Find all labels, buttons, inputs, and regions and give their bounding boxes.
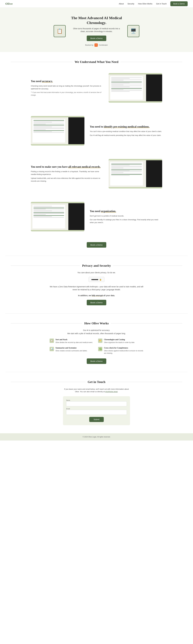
- heading-accent-4: organization.: [101, 210, 116, 212]
- privacy-line-right: [113, 266, 182, 266]
- hero-description: Olive turns thousands of pages of medica…: [71, 27, 122, 33]
- contact-intro: If you leave your name and email below, …: [63, 388, 130, 393]
- how-content: Our AI is optimized for accuracy. We sta…: [50, 329, 143, 364]
- heading-prefix-3: You need to make sure you have: [31, 165, 68, 168]
- lock-visual: ●●●●●● 🔒: [89, 277, 104, 282]
- how-line-right: [111, 323, 182, 324]
- feature-records-text: You need to make sure you have all relev…: [31, 165, 103, 182]
- feature-accuracy-image: [109, 73, 162, 102]
- how-step-1: 📋 Sort and Stack Olive divides the recor…: [50, 338, 95, 344]
- clipboard-icon: 📋: [54, 25, 66, 37]
- feature-accuracy: You need accuracy. Checking every word w…: [23, 68, 170, 108]
- how-step-2: 📂 Chronologize and Catalog Olive organiz…: [98, 338, 143, 344]
- name-input[interactable]: [66, 401, 127, 406]
- nav-link-about[interactable]: About: [119, 3, 124, 5]
- how-step-3-text: Summarize and Systemize Olive creates co…: [55, 347, 87, 352]
- heading-prefix: You need: [31, 80, 42, 83]
- how-section-title: How Olive Works: [84, 322, 109, 325]
- feature-organization-image: [31, 202, 84, 232]
- sort-stack-icon: 📋: [50, 338, 54, 343]
- how-step-4-desc: Olive checks against medical bills to en…: [104, 350, 143, 354]
- feature-accuracy-text: You need accuracy. Checking every word w…: [31, 79, 103, 96]
- lock-icon: 🔒: [99, 278, 102, 280]
- feature-records-image: [109, 159, 162, 188]
- nav-cta-button[interactable]: Book a Demo: [170, 1, 188, 6]
- privacy-line-left: [11, 266, 80, 266]
- heading-accent-2: identify pre-existing medical conditions…: [104, 125, 150, 128]
- how-step-1-title: Sort and Stack: [55, 338, 93, 341]
- understand-cta-wrap: Book a Demo: [5, 240, 188, 253]
- feature-preexisting: You need to identify pre-existing medica…: [23, 111, 170, 151]
- understand-section-title: We Understand What You Need: [75, 60, 119, 64]
- how-step-2-desc: Olive organizes the stacks in order by d…: [104, 341, 135, 344]
- understand-section: We Understand What You Need You need acc…: [0, 52, 193, 256]
- crosscheck-icon: ✅: [98, 347, 102, 351]
- feature-records-p1: Finding a missing record is like finding…: [31, 170, 103, 176]
- contact-email-link[interactable]: info@olive.legal: [105, 390, 118, 392]
- feature-records-p2: Upload medical bills, and we will cross-…: [31, 177, 103, 182]
- feature-organization: You need organization. Don't get lost in…: [23, 196, 170, 237]
- nav-logo[interactable]: Olive: [5, 2, 13, 6]
- footer: © 2024 Olive Legal. All rights reserved.: [0, 433, 193, 440]
- privacy-encrypt: In addition, we fully encrypt all your d…: [50, 294, 143, 296]
- understand-cta-button[interactable]: Book a Demo: [87, 242, 106, 248]
- how-title-wrap: How Olive Works: [11, 322, 182, 325]
- privacy-intro: You care about your clients privacy. So …: [50, 272, 143, 274]
- encrypt-suffix: all your data.: [103, 294, 115, 296]
- how-step-3-title: Summarize and Systemize: [55, 347, 87, 349]
- nav-link-contact[interactable]: Get in Touch: [156, 3, 167, 5]
- encrypt-prefix: In addition, we: [78, 294, 92, 296]
- privacy-section: Privacy and Security You care about your…: [0, 256, 193, 313]
- privacy-cta-button[interactable]: Book a Demo: [87, 300, 106, 305]
- nav-link-how[interactable]: How Olive Works: [138, 3, 152, 5]
- feature-accuracy-p1: Checking every word would take as long a…: [31, 85, 103, 90]
- nav-link-security[interactable]: Security: [128, 3, 134, 5]
- email-input[interactable]: [66, 410, 127, 415]
- feature-preexisting-p2: Our AI will flag all medical events prec…: [90, 134, 162, 137]
- feature-preexisting-p1: You can't miss a pre-existing medical co…: [90, 130, 162, 133]
- summarize-icon: 📊: [50, 347, 54, 351]
- feature-records-heading: You need to make sure you have all relev…: [31, 165, 103, 168]
- hero-center: The Most Advanced AI Medical Chronology.…: [71, 16, 122, 47]
- how-step-3-desc: Olive creates concise summaries and tabl…: [55, 350, 87, 352]
- feature-accuracy-heading: You need accuracy.: [31, 79, 103, 83]
- feature-organization-p2: Our user-friendly AI catalogs your files…: [90, 218, 162, 224]
- feature-preexisting-image: [31, 116, 84, 146]
- password-dots: ●●●●●●: [91, 278, 98, 280]
- how-cta-button[interactable]: Book a Demo: [87, 358, 106, 364]
- heading-prefix-4: You need: [90, 210, 101, 212]
- feature-preexisting-heading: You need to identify pre-existing medica…: [90, 125, 162, 128]
- email-field-group: Email: [66, 408, 127, 415]
- footer-text: © 2024 Olive Legal. All rights reserved.: [83, 436, 110, 438]
- navigation: Olive About Security How Olive Works Get…: [0, 0, 193, 8]
- encrypt-accent: fully encrypt: [92, 294, 103, 296]
- contact-section-title: Get in Touch: [88, 380, 105, 384]
- how-step-1-desc: Olive divides the records by date and me…: [55, 341, 93, 344]
- title-line-right: [121, 62, 182, 62]
- heading-accent: accuracy.: [42, 80, 53, 83]
- feature-records: You need to make sure you have all relev…: [23, 154, 170, 194]
- hero-section: 📋 The Most Advanced AI Medical Chronolog…: [0, 8, 193, 52]
- heading-prefix-2: You need to: [90, 125, 104, 128]
- how-desc: We start with a pile of medical records,…: [50, 332, 143, 334]
- how-step-2-title: Chronologize and Catalog: [104, 338, 135, 341]
- contact-section: Get in Touch If you leave your name and …: [0, 372, 193, 433]
- submit-button[interactable]: Submit: [89, 417, 104, 422]
- feature-preexisting-text: You need to identify pre-existing medica…: [90, 125, 162, 137]
- hero-cta-button[interactable]: Book a Demo: [87, 36, 106, 41]
- backed-by-text: Backed by: [85, 44, 93, 46]
- privacy-body: We have a Zero Data Retention Agreement …: [50, 285, 143, 291]
- heading-accent-3: all relevant medical records.: [68, 165, 101, 168]
- monitor-icon: 🖥️: [127, 25, 139, 37]
- nav-links: About Security How Olive Works Get in To…: [119, 1, 188, 6]
- how-step-1-text: Sort and Stack Olive divides the records…: [55, 338, 93, 344]
- privacy-content: You care about your clients privacy. So …: [50, 272, 143, 305]
- contact-content: If you leave your name and email below, …: [63, 388, 130, 425]
- feature-organization-text: You need organization. Don't get lost in…: [90, 209, 162, 224]
- name-label: Name: [66, 400, 127, 401]
- how-section: How Olive Works Our AI is optimized for …: [0, 314, 193, 372]
- how-step-3: 📊 Summarize and Systemize Olive creates …: [50, 347, 95, 354]
- how-step-4-text: Cross-check for Completeness Olive check…: [104, 347, 143, 354]
- chronologize-icon: 📂: [98, 338, 102, 343]
- feature-organization-p1: Don't get lost in a jumble of medical re…: [90, 214, 162, 218]
